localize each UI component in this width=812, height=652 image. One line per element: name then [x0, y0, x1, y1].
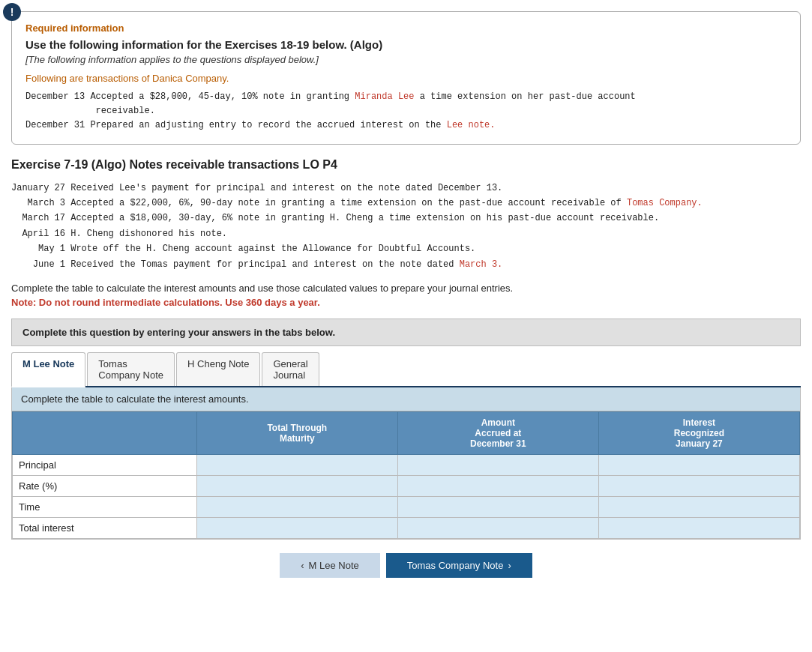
input-rate-recognized[interactable]	[598, 475, 799, 496]
col-header-accrued: AmountAccrued atDecember 31	[397, 411, 598, 454]
input-time-recognized-field[interactable]	[605, 501, 793, 513]
input-principal-total-field[interactable]	[203, 459, 391, 471]
info-transactions: December 13 Accepted a $28,000, 45-day, …	[25, 90, 787, 133]
tabs-row: M Lee Note TomasCompany Note H Cheng Not…	[11, 352, 801, 387]
interest-table: Total ThroughMaturity AmountAccrued atDe…	[12, 411, 800, 539]
required-label: Required information	[25, 22, 787, 34]
tab-general-journal[interactable]: GeneralJournal	[262, 352, 319, 386]
prev-label: M Lee Note	[309, 560, 359, 571]
input-totalint-recognized-field[interactable]	[605, 522, 793, 534]
input-rate-total-field[interactable]	[203, 480, 391, 492]
question-box: Complete this question by entering your …	[11, 319, 801, 346]
input-totalint-recognized[interactable]	[598, 517, 799, 538]
info-subtitle: [The following information applies to th…	[25, 54, 787, 65]
input-totalint-accrued[interactable]	[397, 517, 598, 538]
input-time-recognized[interactable]	[598, 496, 799, 517]
label-time: Time	[13, 496, 197, 517]
info-icon: !	[3, 3, 21, 21]
input-totalint-total[interactable]	[196, 517, 397, 538]
col-header-label	[13, 411, 197, 454]
input-totalint-accrued-field[interactable]	[404, 522, 592, 534]
table-instruction: Complete the table to calculate the inte…	[12, 387, 800, 411]
input-rate-accrued-field[interactable]	[404, 480, 592, 492]
exercise-heading: Exercise 7-19 (Algo) Notes receivable tr…	[11, 158, 801, 172]
tab-m-lee-note[interactable]: M Lee Note	[11, 352, 85, 387]
info-following: Following are transactions of Danica Com…	[25, 73, 787, 84]
input-time-total-field[interactable]	[203, 501, 391, 513]
next-label: Tomas Company Note	[407, 560, 504, 571]
input-principal-recognized-field[interactable]	[605, 459, 793, 471]
prev-button[interactable]: ‹ M Lee Note	[280, 553, 380, 578]
col-header-recognized: InterestRecognizedJanuary 27	[598, 411, 799, 454]
input-time-accrued-field[interactable]	[404, 501, 592, 513]
col-header-total: Total ThroughMaturity	[196, 411, 397, 454]
info-title: Use the following information for the Ex…	[25, 38, 787, 51]
input-time-total[interactable]	[196, 496, 397, 517]
info-box: ! Required information Use the following…	[11, 11, 801, 145]
tab-h-cheng-note[interactable]: H Cheng Note	[176, 352, 260, 386]
row-rate: Rate (%)	[13, 475, 800, 496]
table-section: Complete the table to calculate the inte…	[11, 387, 801, 540]
input-principal-recognized[interactable]	[598, 454, 799, 475]
input-rate-accrued[interactable]	[397, 475, 598, 496]
input-principal-total[interactable]	[196, 454, 397, 475]
label-total-interest: Total interest	[13, 517, 197, 538]
instructions-line2: Note: Do not round intermediate calculat…	[11, 297, 801, 308]
input-rate-total[interactable]	[196, 475, 397, 496]
prev-chevron-icon: ‹	[301, 560, 304, 571]
row-time: Time	[13, 496, 800, 517]
transaction-block: January 27 Received Lee's payment for pr…	[11, 181, 801, 272]
label-principal: Principal	[13, 454, 197, 475]
tab-tomas-company-note[interactable]: TomasCompany Note	[87, 352, 175, 386]
row-principal: Principal	[13, 454, 800, 475]
input-principal-accrued-field[interactable]	[404, 459, 592, 471]
instructions-line1: Complete the table to calculate the inte…	[11, 283, 801, 294]
input-time-accrued[interactable]	[397, 496, 598, 517]
label-rate: Rate (%)	[13, 475, 197, 496]
nav-buttons: ‹ M Lee Note Tomas Company Note ›	[11, 553, 801, 578]
next-button[interactable]: Tomas Company Note ›	[386, 553, 532, 578]
row-total-interest: Total interest	[13, 517, 800, 538]
input-rate-recognized-field[interactable]	[605, 480, 793, 492]
next-chevron-icon: ›	[508, 560, 511, 571]
input-principal-accrued[interactable]	[397, 454, 598, 475]
input-totalint-total-field[interactable]	[203, 522, 391, 534]
